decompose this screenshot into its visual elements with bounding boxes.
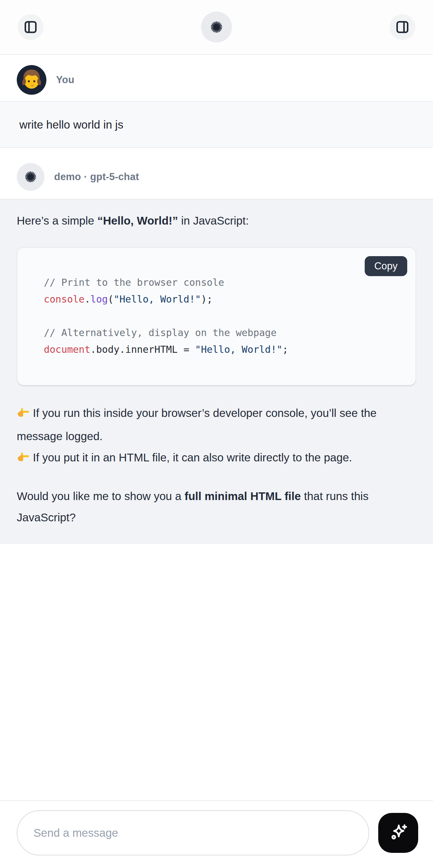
assistant-message-turn: demo · gpt-5-chat Here’s a simple “Hello… — [0, 148, 433, 544]
pointing-right-emoji — [17, 449, 30, 470]
panel-left-icon — [23, 20, 38, 34]
code-block: Copy // Print to the browser console con… — [17, 247, 416, 386]
person-emoji-icon — [17, 65, 47, 95]
assistant-closing-text: Would you like me to show you a full min… — [17, 486, 416, 528]
pointing-right-emoji — [17, 404, 30, 426]
sparkles-icon — [388, 822, 409, 843]
right-panel-toggle-button[interactable] — [390, 14, 415, 40]
copy-code-button[interactable]: Copy — [365, 256, 407, 276]
pointing-right-icon — [17, 406, 30, 419]
assistant-message-bubble: Here’s a simple “Hello, World!” in JavaS… — [0, 199, 433, 544]
user-message-header: You — [0, 55, 433, 101]
assistant-message-header: demo · gpt-5-chat — [0, 148, 433, 199]
app-logo-button[interactable] — [201, 11, 232, 42]
pointing-right-icon — [17, 451, 30, 463]
sidebar-toggle-button[interactable] — [18, 14, 43, 40]
user-message-text: write hello world in js — [19, 118, 123, 131]
tip-text: If you put it in an HTML file, it can al… — [33, 451, 352, 464]
chat-scroll-area[interactable]: You write hello world in js demo · gpt-5… — [0, 55, 433, 544]
send-button[interactable] — [378, 813, 418, 853]
tip-line: If you put it in an HTML file, it can al… — [17, 451, 352, 464]
assistant-tips-text: If you run this inside your browser’s de… — [17, 402, 416, 470]
user-avatar — [17, 65, 47, 95]
user-message-turn: You write hello world in js — [0, 55, 433, 148]
composer-bar — [0, 800, 433, 868]
starburst-icon — [23, 169, 38, 184]
user-message-bubble: write hello world in js — [0, 101, 433, 148]
message-input[interactable] — [17, 810, 369, 856]
assistant-sender-label: demo · gpt-5-chat — [54, 171, 139, 183]
assistant-avatar — [17, 163, 44, 191]
tip-line: If you run this inside your browser’s de… — [17, 407, 380, 442]
panel-right-icon — [395, 20, 410, 34]
tip-text: If you run this inside your browser’s de… — [17, 407, 380, 442]
assistant-intro-text: Here’s a simple “Hello, World!” in JavaS… — [17, 212, 416, 229]
user-sender-label: You — [56, 74, 74, 86]
code-content: // Print to the browser console console.… — [44, 274, 403, 358]
top-bar — [0, 0, 433, 55]
starburst-icon — [209, 19, 224, 35]
